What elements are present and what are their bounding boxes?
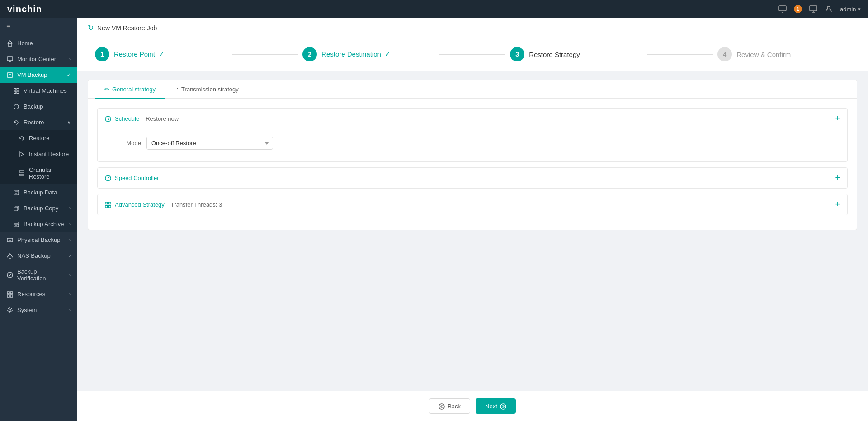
step-label-2: Restore Destination ✓ bbox=[321, 50, 391, 58]
system-icon bbox=[6, 307, 14, 313]
sidebar-item-home[interactable]: Home bbox=[0, 35, 77, 51]
sidebar-label-backup-copy: Backup Copy bbox=[24, 205, 58, 212]
svg-rect-30 bbox=[105, 206, 108, 208]
nas-backup-arrow: › bbox=[69, 253, 71, 258]
sidebar-item-backup-copy[interactable]: Backup Copy › bbox=[0, 200, 77, 216]
svg-rect-15 bbox=[14, 207, 18, 211]
footer: Back Next bbox=[77, 391, 868, 421]
schedule-expand[interactable]: + bbox=[835, 114, 840, 123]
granular-restore-icon bbox=[18, 170, 25, 176]
restore-sub-items: Restore Instant Restore Granular Restore bbox=[0, 130, 77, 184]
sidebar-label-nas-backup: NAS Backup bbox=[17, 252, 51, 259]
speed-header: Speed Controller + bbox=[98, 168, 847, 188]
backup-icon bbox=[13, 104, 20, 109]
schedule-subtitle: Restore now bbox=[146, 115, 179, 122]
resources-icon bbox=[6, 291, 14, 298]
svg-marker-11 bbox=[20, 152, 24, 156]
vm-backup-arrow: ✓ bbox=[67, 72, 71, 77]
step-3-number: 3 bbox=[515, 51, 519, 58]
sidebar-item-instant-restore[interactable]: Instant Restore bbox=[0, 146, 77, 162]
schedule-header: Schedule Restore now + bbox=[98, 109, 847, 129]
svg-rect-7 bbox=[17, 88, 19, 90]
sidebar-item-restore-sub[interactable]: Restore bbox=[0, 130, 77, 146]
backup-archive-icon bbox=[13, 222, 20, 227]
svg-rect-6 bbox=[14, 88, 16, 90]
hamburger-button[interactable]: ≡ bbox=[0, 18, 77, 35]
sidebar-item-vm-backup[interactable]: VM Backup ✓ bbox=[0, 67, 77, 83]
messages-icon[interactable] bbox=[778, 5, 787, 13]
virtual-machines-icon bbox=[13, 88, 20, 94]
svg-point-33 bbox=[500, 404, 506, 409]
speed-label: Speed Controller bbox=[115, 175, 159, 181]
back-button[interactable]: Back bbox=[429, 398, 470, 414]
sidebar-label-restore: Restore bbox=[24, 119, 44, 126]
sidebar-item-physical-backup[interactable]: Physical Backup › bbox=[0, 232, 77, 248]
tab-content: Schedule Restore now + Mode Once-off Res… bbox=[88, 99, 857, 230]
sidebar-item-virtual-machines[interactable]: Virtual Machines bbox=[0, 83, 77, 99]
step-circle-1: 1 bbox=[95, 47, 109, 61]
sidebar-label-backup-archive: Backup Archive bbox=[24, 221, 64, 227]
nas-backup-icon bbox=[6, 253, 14, 259]
transmission-tab-label: Transmission strategy bbox=[181, 86, 239, 93]
svg-rect-12 bbox=[19, 171, 24, 172]
restore-arrow: ∨ bbox=[67, 120, 71, 125]
step-label-1: Restore Point ✓ bbox=[114, 50, 165, 58]
svg-rect-8 bbox=[14, 91, 16, 94]
sidebar-item-backup-verification[interactable]: Backup Verification › bbox=[0, 264, 77, 286]
page-header: ↻ New VM Restore Job bbox=[77, 18, 868, 38]
sidebar-item-nas-backup[interactable]: NAS Backup › bbox=[0, 248, 77, 264]
step-2-number: 2 bbox=[308, 51, 311, 58]
sidebar-label-backup: Backup bbox=[24, 103, 43, 110]
sidebar: ≡ Home Monitor Center › VM Backup ✓ bbox=[0, 18, 77, 421]
clock-icon bbox=[105, 115, 111, 123]
tabs: ✏ General strategy ⇌ Transmission strate… bbox=[88, 80, 857, 99]
sidebar-label-instant-restore: Instant Restore bbox=[29, 151, 69, 157]
step-label-4: Review & Confirm bbox=[736, 51, 791, 58]
vm-backup-icon bbox=[6, 72, 14, 78]
topbar-right: 1 admin ▾ bbox=[778, 5, 861, 13]
user-icon bbox=[825, 5, 833, 13]
sidebar-item-granular-restore[interactable]: Granular Restore bbox=[0, 162, 77, 184]
back-icon bbox=[439, 402, 445, 410]
svg-point-2 bbox=[827, 6, 830, 9]
advanced-header: Advanced Strategy Transfer Threads: 3 + bbox=[98, 194, 847, 215]
step-circle-2: 2 bbox=[302, 47, 317, 61]
svg-rect-22 bbox=[7, 295, 9, 297]
instant-restore-icon bbox=[18, 151, 25, 157]
svg-rect-23 bbox=[10, 295, 13, 297]
svg-rect-4 bbox=[7, 57, 13, 61]
svg-rect-0 bbox=[779, 6, 786, 11]
svg-rect-14 bbox=[14, 190, 19, 195]
sidebar-item-backup-archive[interactable]: Backup Archive › bbox=[0, 216, 77, 232]
sidebar-item-backup-data[interactable]: Backup Data bbox=[0, 184, 77, 200]
tab-transmission[interactable]: ⇌ Transmission strategy bbox=[165, 80, 248, 99]
sidebar-item-system[interactable]: System › bbox=[0, 302, 77, 318]
monitor-icon[interactable] bbox=[809, 5, 817, 13]
tab-general[interactable]: ✏ General strategy bbox=[95, 80, 165, 99]
wizard-step-2: 2 Restore Destination ✓ bbox=[302, 47, 435, 61]
svg-point-27 bbox=[108, 178, 108, 179]
admin-label[interactable]: admin ▾ bbox=[840, 6, 861, 13]
next-button[interactable]: Next bbox=[476, 398, 516, 414]
layout: ≡ Home Monitor Center › VM Backup ✓ bbox=[0, 18, 868, 421]
svg-point-10 bbox=[14, 104, 19, 109]
notification-badge[interactable]: 1 bbox=[794, 5, 802, 13]
sidebar-label-monitor: Monitor Center bbox=[17, 56, 56, 62]
advanced-expand[interactable]: + bbox=[835, 200, 840, 209]
sidebar-item-restore[interactable]: Restore ∨ bbox=[0, 114, 77, 130]
sidebar-item-monitor[interactable]: Monitor Center › bbox=[0, 51, 77, 67]
step-4-number: 4 bbox=[723, 51, 726, 58]
next-icon bbox=[500, 402, 506, 410]
mode-select[interactable]: Once-off Restore Scheduled Restore bbox=[146, 137, 273, 150]
advanced-section: Advanced Strategy Transfer Threads: 3 + bbox=[97, 194, 848, 215]
schedule-title: Schedule Restore now bbox=[105, 115, 179, 123]
svg-rect-29 bbox=[109, 202, 111, 204]
speed-expand[interactable]: + bbox=[835, 173, 840, 183]
logo-first: vin bbox=[7, 4, 22, 14]
general-tab-label: General strategy bbox=[112, 86, 156, 93]
next-label: Next bbox=[485, 403, 497, 410]
step-connector-3 bbox=[647, 54, 713, 55]
step-2-check: ✓ bbox=[385, 50, 391, 58]
sidebar-item-resources[interactable]: Resources › bbox=[0, 286, 77, 302]
sidebar-item-backup[interactable]: Backup bbox=[0, 99, 77, 114]
